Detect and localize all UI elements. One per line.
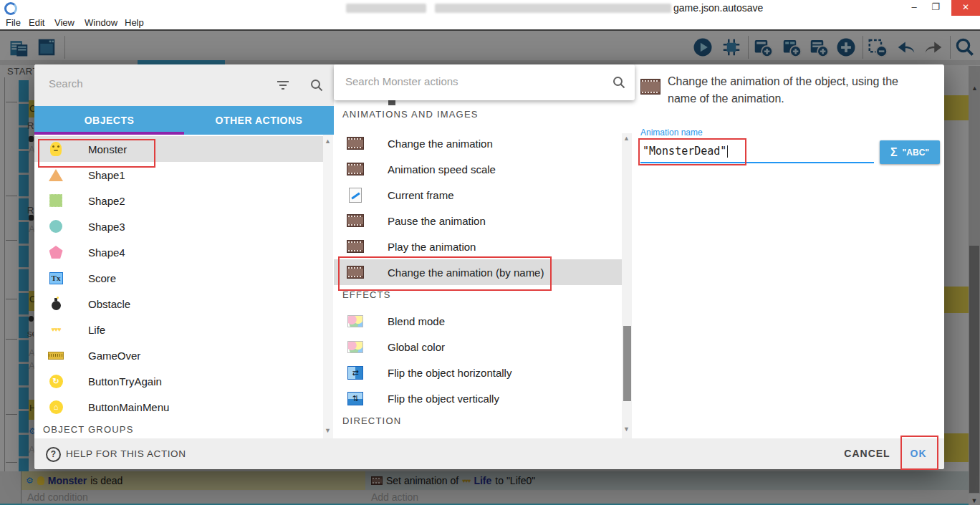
object-search-input[interactable] <box>47 77 265 90</box>
animation-icon <box>640 79 660 95</box>
direction-section-header: DIRECTION <box>342 415 401 426</box>
menu-file[interactable]: File <box>6 17 21 28</box>
gdevelop-logo-icon <box>4 2 17 15</box>
triangle-icon <box>49 169 63 181</box>
redacted-path-text <box>435 4 671 13</box>
object-item-monster[interactable]: Monster <box>34 136 324 162</box>
hearts-icon <box>51 326 60 333</box>
action-list-scrollbar-thumb[interactable] <box>623 326 631 401</box>
blend-mode-icon <box>347 315 363 327</box>
frame-edit-icon <box>349 188 362 203</box>
action-item-current-frame[interactable]: Current frame <box>334 182 622 208</box>
tab-objects[interactable]: OBJECTS <box>34 106 184 135</box>
action-search-bar <box>334 64 635 100</box>
action-description: Change the animation of the object, usin… <box>668 73 926 107</box>
animation-icon <box>347 240 364 253</box>
ok-button[interactable]: OK <box>904 438 933 469</box>
scroll-up-icon[interactable]: ▲ <box>623 135 630 142</box>
text-object-icon <box>49 272 63 284</box>
minimize-button[interactable]: – <box>904 0 924 16</box>
flip-horizontal-icon <box>347 366 363 380</box>
pentagon-icon <box>49 246 63 259</box>
object-item-buttonmainmenu[interactable]: ButtonMainMenu <box>34 394 324 420</box>
global-color-icon <box>347 341 363 353</box>
action-item-pause-animation[interactable]: Pause the animation <box>334 208 622 234</box>
menu-bar: File Edit View Window Help <box>0 16 980 29</box>
action-item-global-color[interactable]: Global color <box>334 334 622 360</box>
object-item-shape1[interactable]: Shape1 <box>34 162 324 188</box>
tab-other-actions[interactable]: OTHER ACTIONS <box>184 106 334 135</box>
redacted-title-text <box>346 4 426 13</box>
cancel-button[interactable]: CANCEL <box>840 438 894 469</box>
scroll-down-icon[interactable]: ▼ <box>623 425 630 433</box>
instruction-editor-dialog: OBJECTS OTHER ACTIONS Monster Shape1 Sha… <box>34 64 944 469</box>
effects-section-header: EFFECTS <box>342 289 391 300</box>
banner-icon <box>48 352 64 360</box>
home-button-icon <box>49 400 63 414</box>
flip-vertical-icon <box>347 392 363 405</box>
expression-editor-button[interactable]: Σ "ABC" <box>880 140 940 164</box>
animation-icon <box>347 214 364 227</box>
object-item-gameover[interactable]: GameOver <box>34 342 324 368</box>
scroll-up-icon[interactable]: ▲ <box>325 138 331 145</box>
help-icon: ? <box>46 447 61 462</box>
left-panel-tabs: OBJECTS OTHER ACTIONS <box>34 106 334 135</box>
menu-window[interactable]: Window <box>85 17 117 28</box>
object-item-shape4[interactable]: Shape4 <box>34 239 324 265</box>
animation-icon <box>347 266 364 279</box>
object-groups-header: OBJECT GROUPS <box>43 424 134 435</box>
action-item-blend-mode[interactable]: Blend mode <box>334 308 622 334</box>
animation-name-field[interactable]: "MonsterDead" <box>643 142 728 160</box>
action-item-animation-speed-scale[interactable]: Animation speed scale <box>334 156 622 182</box>
menu-help[interactable]: Help <box>125 17 144 28</box>
help-for-this-action-link[interactable]: HELP FOR THIS ACTION <box>66 438 186 469</box>
object-item-shape3[interactable]: Shape3 <box>34 213 324 239</box>
animation-icon <box>347 137 364 150</box>
object-search-bar <box>34 64 334 106</box>
sigma-icon: Σ <box>890 146 898 159</box>
action-search-input[interactable] <box>344 74 590 88</box>
square-icon <box>49 194 62 207</box>
close-button[interactable]: ✕ <box>951 0 980 16</box>
retry-button-icon <box>49 375 63 388</box>
animations-section-header: ANIMATIONS AND IMAGES <box>342 109 479 120</box>
animation-icon <box>347 163 364 175</box>
action-item-play-animation[interactable]: Play the animation <box>334 234 622 259</box>
object-list-scrollbar[interactable] <box>323 135 333 438</box>
text-caret <box>727 145 728 158</box>
circle-icon <box>49 220 62 233</box>
maximize-button[interactable]: ❐ <box>926 0 946 16</box>
filter-icon[interactable] <box>276 80 290 91</box>
monster-icon <box>50 142 62 156</box>
menu-edit[interactable]: Edit <box>29 17 44 28</box>
menu-view[interactable]: View <box>54 17 75 28</box>
object-item-obstacle[interactable]: Obstacle <box>34 291 324 317</box>
object-item-buttontryagain[interactable]: ButtonTryAgain <box>34 368 324 394</box>
window-title: game.json.autosave <box>673 2 763 14</box>
scroll-down-icon[interactable]: ▼ <box>325 427 331 434</box>
action-item-flip-horizontally[interactable]: Flip the object horizontally <box>334 360 622 385</box>
animation-name-label: Animation name <box>640 128 703 138</box>
active-tab-indicator <box>34 132 184 135</box>
cut-off-item-icon <box>388 100 395 105</box>
object-item-life[interactable]: Life <box>34 317 324 342</box>
action-item-change-animation[interactable]: Change the animation <box>334 130 622 156</box>
bomb-icon <box>52 301 61 310</box>
object-item-score[interactable]: Score <box>34 265 324 291</box>
field-focus-underline <box>640 162 874 163</box>
animation-name-value: "MonsterDead" <box>643 145 726 158</box>
action-item-flip-vertically[interactable]: Flip the object vertically <box>334 385 622 411</box>
search-icon[interactable] <box>612 75 626 90</box>
dialog-footer: ? HELP FOR THIS ACTION CANCEL OK <box>34 438 944 469</box>
title-bar: game.json.autosave – ❐ ✕ <box>0 0 980 16</box>
object-item-shape2[interactable]: Shape2 <box>34 188 324 213</box>
search-icon[interactable] <box>309 78 324 92</box>
action-item-change-animation-by-name[interactable]: Change the animation (by name) <box>334 259 622 285</box>
gdevelop-window: game.json.autosave – ❐ ✕ File Edit View … <box>0 0 980 505</box>
